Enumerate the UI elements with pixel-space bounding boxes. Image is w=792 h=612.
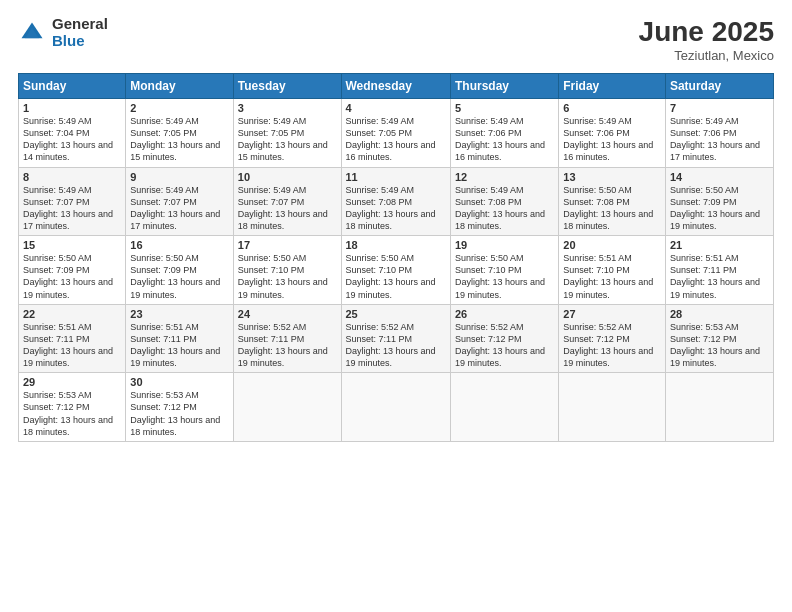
day-cell: 19 Sunrise: 5:50 AM Sunset: 7:10 PM Dayl… [450, 236, 558, 305]
day-info: Sunrise: 5:49 AM Sunset: 7:08 PM Dayligh… [455, 184, 554, 233]
day-number: 12 [455, 171, 554, 183]
day-info: Sunrise: 5:51 AM Sunset: 7:11 PM Dayligh… [130, 321, 228, 370]
day-number: 16 [130, 239, 228, 251]
day-number: 21 [670, 239, 769, 251]
day-number: 6 [563, 102, 661, 114]
day-info: Sunrise: 5:52 AM Sunset: 7:11 PM Dayligh… [346, 321, 446, 370]
day-number: 17 [238, 239, 337, 251]
day-cell: 20 Sunrise: 5:51 AM Sunset: 7:10 PM Dayl… [559, 236, 666, 305]
logo-icon [18, 19, 46, 47]
day-number: 13 [563, 171, 661, 183]
day-number: 30 [130, 376, 228, 388]
day-number: 5 [455, 102, 554, 114]
day-number: 28 [670, 308, 769, 320]
day-info: Sunrise: 5:50 AM Sunset: 7:09 PM Dayligh… [130, 252, 228, 301]
day-cell: 4 Sunrise: 5:49 AM Sunset: 7:05 PM Dayli… [341, 99, 450, 168]
col-monday: Monday [126, 74, 233, 99]
day-cell: 7 Sunrise: 5:49 AM Sunset: 7:06 PM Dayli… [665, 99, 773, 168]
col-tuesday: Tuesday [233, 74, 341, 99]
calendar: Sunday Monday Tuesday Wednesday Thursday… [18, 73, 774, 442]
day-info: Sunrise: 5:50 AM Sunset: 7:10 PM Dayligh… [455, 252, 554, 301]
logo-text: General Blue [52, 16, 108, 49]
col-sunday: Sunday [19, 74, 126, 99]
day-info: Sunrise: 5:49 AM Sunset: 7:05 PM Dayligh… [238, 115, 337, 164]
day-number: 26 [455, 308, 554, 320]
day-number: 23 [130, 308, 228, 320]
day-cell: 26 Sunrise: 5:52 AM Sunset: 7:12 PM Dayl… [450, 304, 558, 373]
day-number: 10 [238, 171, 337, 183]
day-cell: 14 Sunrise: 5:50 AM Sunset: 7:09 PM Dayl… [665, 167, 773, 236]
day-cell: 2 Sunrise: 5:49 AM Sunset: 7:05 PM Dayli… [126, 99, 233, 168]
day-cell [665, 373, 773, 442]
day-cell: 10 Sunrise: 5:49 AM Sunset: 7:07 PM Dayl… [233, 167, 341, 236]
day-info: Sunrise: 5:53 AM Sunset: 7:12 PM Dayligh… [23, 389, 121, 438]
day-info: Sunrise: 5:53 AM Sunset: 7:12 PM Dayligh… [130, 389, 228, 438]
day-info: Sunrise: 5:52 AM Sunset: 7:12 PM Dayligh… [455, 321, 554, 370]
day-cell: 8 Sunrise: 5:49 AM Sunset: 7:07 PM Dayli… [19, 167, 126, 236]
day-cell: 9 Sunrise: 5:49 AM Sunset: 7:07 PM Dayli… [126, 167, 233, 236]
day-info: Sunrise: 5:49 AM Sunset: 7:06 PM Dayligh… [455, 115, 554, 164]
day-info: Sunrise: 5:52 AM Sunset: 7:11 PM Dayligh… [238, 321, 337, 370]
day-cell: 6 Sunrise: 5:49 AM Sunset: 7:06 PM Dayli… [559, 99, 666, 168]
logo: General Blue [18, 16, 108, 49]
week-row-4: 22 Sunrise: 5:51 AM Sunset: 7:11 PM Dayl… [19, 304, 774, 373]
day-info: Sunrise: 5:49 AM Sunset: 7:05 PM Dayligh… [346, 115, 446, 164]
day-number: 15 [23, 239, 121, 251]
day-cell [450, 373, 558, 442]
day-info: Sunrise: 5:49 AM Sunset: 7:07 PM Dayligh… [23, 184, 121, 233]
day-cell: 5 Sunrise: 5:49 AM Sunset: 7:06 PM Dayli… [450, 99, 558, 168]
day-cell: 29 Sunrise: 5:53 AM Sunset: 7:12 PM Dayl… [19, 373, 126, 442]
col-friday: Friday [559, 74, 666, 99]
day-cell: 30 Sunrise: 5:53 AM Sunset: 7:12 PM Dayl… [126, 373, 233, 442]
day-number: 20 [563, 239, 661, 251]
day-info: Sunrise: 5:50 AM Sunset: 7:08 PM Dayligh… [563, 184, 661, 233]
title-block: June 2025 Teziutlan, Mexico [639, 16, 774, 63]
header-row: Sunday Monday Tuesday Wednesday Thursday… [19, 74, 774, 99]
day-info: Sunrise: 5:50 AM Sunset: 7:09 PM Dayligh… [670, 184, 769, 233]
day-number: 18 [346, 239, 446, 251]
day-cell [341, 373, 450, 442]
week-row-3: 15 Sunrise: 5:50 AM Sunset: 7:09 PM Dayl… [19, 236, 774, 305]
col-thursday: Thursday [450, 74, 558, 99]
day-info: Sunrise: 5:49 AM Sunset: 7:05 PM Dayligh… [130, 115, 228, 164]
day-info: Sunrise: 5:49 AM Sunset: 7:04 PM Dayligh… [23, 115, 121, 164]
location: Teziutlan, Mexico [639, 48, 774, 63]
week-row-5: 29 Sunrise: 5:53 AM Sunset: 7:12 PM Dayl… [19, 373, 774, 442]
day-number: 14 [670, 171, 769, 183]
month-title: June 2025 [639, 16, 774, 48]
day-info: Sunrise: 5:53 AM Sunset: 7:12 PM Dayligh… [670, 321, 769, 370]
day-cell: 12 Sunrise: 5:49 AM Sunset: 7:08 PM Dayl… [450, 167, 558, 236]
day-cell: 27 Sunrise: 5:52 AM Sunset: 7:12 PM Dayl… [559, 304, 666, 373]
day-info: Sunrise: 5:50 AM Sunset: 7:09 PM Dayligh… [23, 252, 121, 301]
week-row-1: 1 Sunrise: 5:49 AM Sunset: 7:04 PM Dayli… [19, 99, 774, 168]
day-cell: 1 Sunrise: 5:49 AM Sunset: 7:04 PM Dayli… [19, 99, 126, 168]
day-number: 25 [346, 308, 446, 320]
day-number: 3 [238, 102, 337, 114]
day-number: 2 [130, 102, 228, 114]
day-cell: 17 Sunrise: 5:50 AM Sunset: 7:10 PM Dayl… [233, 236, 341, 305]
day-number: 29 [23, 376, 121, 388]
day-cell: 16 Sunrise: 5:50 AM Sunset: 7:09 PM Dayl… [126, 236, 233, 305]
day-number: 4 [346, 102, 446, 114]
day-cell: 15 Sunrise: 5:50 AM Sunset: 7:09 PM Dayl… [19, 236, 126, 305]
day-info: Sunrise: 5:49 AM Sunset: 7:08 PM Dayligh… [346, 184, 446, 233]
day-info: Sunrise: 5:50 AM Sunset: 7:10 PM Dayligh… [346, 252, 446, 301]
day-cell [559, 373, 666, 442]
col-wednesday: Wednesday [341, 74, 450, 99]
day-cell: 3 Sunrise: 5:49 AM Sunset: 7:05 PM Dayli… [233, 99, 341, 168]
day-number: 8 [23, 171, 121, 183]
day-cell: 21 Sunrise: 5:51 AM Sunset: 7:11 PM Dayl… [665, 236, 773, 305]
day-number: 1 [23, 102, 121, 114]
day-info: Sunrise: 5:51 AM Sunset: 7:11 PM Dayligh… [670, 252, 769, 301]
day-number: 22 [23, 308, 121, 320]
day-number: 27 [563, 308, 661, 320]
logo-general: General [52, 16, 108, 33]
day-cell: 18 Sunrise: 5:50 AM Sunset: 7:10 PM Dayl… [341, 236, 450, 305]
day-info: Sunrise: 5:52 AM Sunset: 7:12 PM Dayligh… [563, 321, 661, 370]
day-info: Sunrise: 5:49 AM Sunset: 7:07 PM Dayligh… [238, 184, 337, 233]
col-saturday: Saturday [665, 74, 773, 99]
day-info: Sunrise: 5:51 AM Sunset: 7:11 PM Dayligh… [23, 321, 121, 370]
day-info: Sunrise: 5:49 AM Sunset: 7:07 PM Dayligh… [130, 184, 228, 233]
day-cell: 23 Sunrise: 5:51 AM Sunset: 7:11 PM Dayl… [126, 304, 233, 373]
day-cell: 25 Sunrise: 5:52 AM Sunset: 7:11 PM Dayl… [341, 304, 450, 373]
